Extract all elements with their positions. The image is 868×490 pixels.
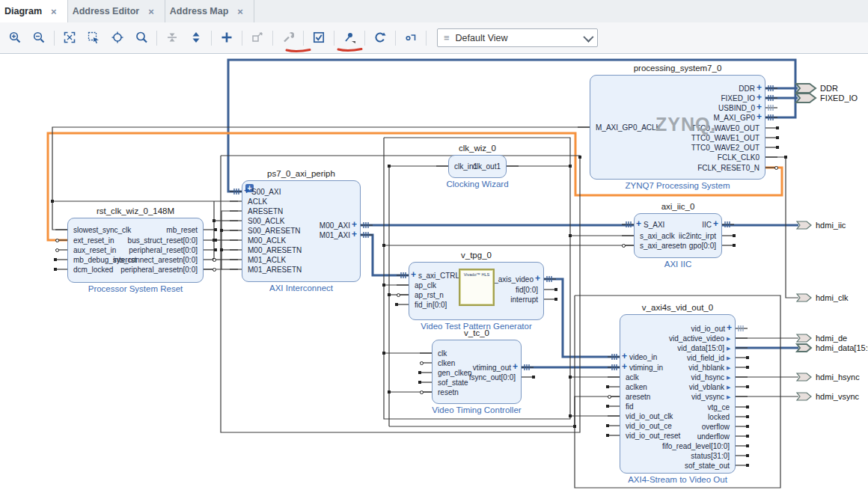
port-fsync_out[0:0][interactable]: fsync_out[0:0] bbox=[394, 373, 516, 382]
wire-junction-dot bbox=[388, 391, 391, 393]
port-M01_AXI[interactable]: M01_AXI bbox=[233, 231, 350, 239]
wire-junction-dot bbox=[569, 376, 572, 379]
port-overflow[interactable]: overflow bbox=[608, 423, 730, 431]
port-M01_ACLK[interactable]: M01_ACLK bbox=[248, 256, 286, 264]
wire-junction-dot bbox=[569, 165, 572, 168]
port-vid_hblank[interactable]: vid_hblank bbox=[608, 364, 724, 372]
plus-icon: + bbox=[411, 271, 416, 279]
external-port-label: FIXED_IO bbox=[820, 94, 858, 102]
port-clk_out1[interactable]: clk_out1 bbox=[379, 162, 501, 171]
red-underline-annotation bbox=[287, 50, 310, 52]
port-gpo[0:0][interactable]: gpo[0:0] bbox=[595, 242, 716, 250]
reset-pin-icon bbox=[55, 248, 59, 252]
wire-junction-dot bbox=[573, 425, 576, 428]
wire-junction-dot bbox=[569, 234, 572, 237]
plus-icon: + bbox=[244, 187, 249, 195]
port-fifo_read_level[10:0][interactable]: fifo_read_level[10:0] bbox=[608, 442, 730, 450]
port-bus_struct_reset[0:0][interactable]: bus_struct_reset[0:0] bbox=[76, 236, 198, 245]
port-clk[interactable]: clk bbox=[438, 349, 447, 358]
port-vid_data[15:0][interactable]: vid_data[15:0] bbox=[608, 344, 724, 352]
port-DDR[interactable]: DDR bbox=[638, 85, 755, 93]
port-vtiming_out[interactable]: vtiming_out bbox=[394, 364, 511, 372]
unconnected-pin-icon bbox=[746, 385, 749, 388]
port-ARESETN[interactable]: ARESETN bbox=[248, 207, 283, 215]
unconnected-pin-icon bbox=[776, 146, 779, 149]
port-vid_vsync[interactable]: vid_vsync bbox=[608, 393, 724, 401]
port-underflow[interactable]: underflow bbox=[608, 432, 730, 441]
port-S00_AXI[interactable]: S00_AXI bbox=[251, 188, 281, 196]
port-vid_field_id[interactable]: vid_field_id bbox=[608, 354, 724, 362]
port-USBIND_0[interactable]: USBIND_0 bbox=[638, 104, 755, 112]
block-type-label: Video Timing Controller bbox=[387, 405, 566, 414]
external-port-hdmi_data[15:0][interactable] bbox=[797, 344, 811, 352]
wire-junction-dot bbox=[382, 244, 385, 247]
unconnected-pin-icon bbox=[733, 234, 736, 237]
wire-junction-dot bbox=[220, 248, 223, 251]
port-vid_active_video[interactable]: vid_active_video bbox=[608, 334, 724, 343]
unconnected-pin-icon bbox=[746, 425, 749, 428]
arrow-out-icon: ▶ bbox=[727, 393, 730, 400]
wire-junction-dot bbox=[388, 293, 391, 296]
external-port-label: DDR bbox=[820, 84, 838, 93]
port-TTC0_WAVE2_OUT[interactable]: TTC0_WAVE2_OUT bbox=[638, 144, 760, 152]
block-type-label: AXI IIC bbox=[589, 260, 767, 269]
vivado-block-design-window: { "tabs": { "items": [ {"label": "Diagra… bbox=[0, 0, 868, 490]
plus-icon: + bbox=[713, 220, 718, 228]
block-instance-name: clk_wiz_0 bbox=[403, 144, 551, 153]
external-port-label: hdmi_vsync bbox=[816, 392, 859, 401]
external-port-hdmi_de[interactable] bbox=[797, 334, 811, 342]
port-interconnect_aresetn[0:0][interactable]: interconnect_aresetn[0:0] bbox=[76, 256, 198, 264]
port-locked[interactable]: locked bbox=[608, 413, 730, 421]
reset-pin-icon bbox=[420, 391, 424, 394]
unconnected-pin-icon bbox=[746, 464, 749, 467]
unconnected-pin-icon bbox=[214, 228, 217, 231]
unconnected-pin-icon bbox=[746, 444, 749, 447]
external-port-hdmi_iic[interactable] bbox=[797, 221, 811, 229]
port-FIXED_IO[interactable]: FIXED_IO bbox=[638, 94, 755, 102]
block-type-label: AXI4-Stream to Video Out bbox=[575, 475, 780, 484]
external-port-hdmi_hsync[interactable] bbox=[797, 373, 811, 381]
port-ACLK[interactable]: ACLK bbox=[248, 197, 267, 206]
arrow-out-icon: ▶ bbox=[727, 335, 730, 342]
block-instance-name: ps7_0_axi_periph bbox=[197, 169, 406, 178]
vivado-hls-logo-text: Vivado™ HLS bbox=[460, 272, 493, 277]
wire-junction-dot bbox=[578, 156, 581, 159]
port-M00_AXI[interactable]: M00_AXI bbox=[233, 221, 350, 230]
port-status[31:0][interactable]: status[31:0] bbox=[608, 452, 730, 460]
port-peripheral_reset[0:0][interactable]: peripheral_reset[0:0] bbox=[76, 246, 198, 254]
unconnected-pin-icon bbox=[214, 239, 217, 242]
unconnected-pin-icon bbox=[532, 376, 535, 379]
port-sof_state_out[interactable]: sof_state_out bbox=[608, 462, 730, 470]
port-M00_ARESETN[interactable]: M00_ARESETN bbox=[248, 246, 302, 254]
port-vid_vblank[interactable]: vid_vblank bbox=[608, 383, 724, 391]
block-instance-name: axi_iic_0 bbox=[589, 202, 767, 211]
external-port-FIXED_IO[interactable] bbox=[796, 94, 816, 102]
port-FCLK_RESET0_N[interactable]: FCLK_RESET0_N bbox=[638, 164, 760, 172]
unconnected-pin-icon bbox=[395, 303, 398, 306]
port-FCLK_CLK0[interactable]: FCLK_CLK0 bbox=[638, 153, 760, 162]
unconnected-pin-icon bbox=[746, 454, 749, 457]
external-port-hdmi_clk[interactable] bbox=[797, 294, 811, 301]
port-resetn[interactable]: resetn bbox=[438, 388, 459, 396]
unconnected-pin-icon bbox=[554, 288, 557, 291]
port-M01_ARESETN[interactable]: M01_ARESETN bbox=[248, 266, 302, 274]
external-port-hdmi_vsync[interactable] bbox=[797, 393, 811, 400]
plus-icon: + bbox=[535, 275, 540, 283]
port-vid_hsync[interactable]: vid_hsync bbox=[608, 373, 724, 382]
port-peripheral_aresetn[0:0][interactable]: peripheral_aresetn[0:0] bbox=[76, 266, 198, 274]
port-IIC[interactable]: IIC bbox=[595, 221, 712, 229]
unconnected-pin-icon bbox=[54, 268, 57, 271]
port-iic2intc_irpt[interactable]: iic2intc_irpt bbox=[595, 232, 716, 240]
unconnected-pin-icon bbox=[746, 415, 749, 418]
arrow-out-icon: ▶ bbox=[727, 364, 730, 371]
port-mb_reset[interactable]: mb_reset bbox=[76, 226, 198, 234]
external-port-DDR[interactable] bbox=[796, 84, 816, 93]
unconnected-pin-icon bbox=[776, 126, 779, 129]
block-instance-name: v_axi4s_vid_out_0 bbox=[575, 303, 780, 312]
arrow-out-icon: ▶ bbox=[727, 384, 730, 391]
port-vtg_ce[interactable]: vtg_ce bbox=[608, 403, 730, 411]
port-vid_io_out[interactable]: vid_io_out bbox=[608, 325, 725, 333]
unconnected-pin-icon bbox=[746, 405, 749, 408]
arrow-out-icon: ▶ bbox=[727, 355, 730, 361]
wire-junction-dot bbox=[220, 229, 223, 232]
